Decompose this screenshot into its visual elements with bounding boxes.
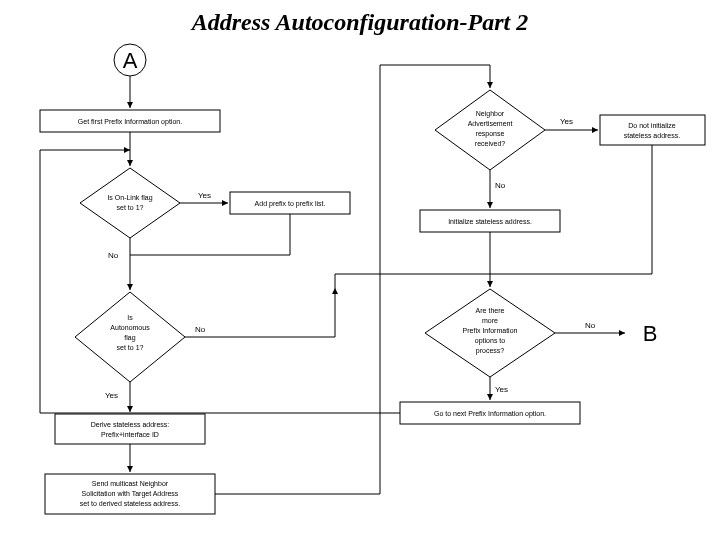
svg-text:Are there: Are there bbox=[476, 307, 505, 314]
more-options-decision: Are there more Prefix Information option… bbox=[425, 289, 555, 377]
connector-b: B bbox=[643, 321, 658, 346]
send-box: Send multicast Neighbor Solicitation wit… bbox=[45, 474, 215, 514]
svg-text:stateless address.: stateless address. bbox=[624, 132, 680, 139]
init-box: Initialize stateless address. bbox=[420, 210, 560, 232]
svg-text:Do not initialize: Do not initialize bbox=[628, 122, 676, 129]
no-label: No bbox=[108, 251, 119, 260]
add-prefix-box: Add prefix to prefix list. bbox=[230, 192, 350, 214]
svg-text:Prefix+interface ID: Prefix+interface ID bbox=[101, 431, 159, 438]
do-not-init-box: Do not initialize stateless address. bbox=[600, 115, 705, 145]
autonomous-decision: Is Autonomous flag set to 1? bbox=[75, 292, 185, 382]
no-label: No bbox=[585, 321, 596, 330]
svg-text:set to 1?: set to 1? bbox=[117, 344, 144, 351]
page-title: Address Autoconfiguration-Part 2 bbox=[190, 9, 529, 35]
line bbox=[335, 274, 430, 288]
svg-text:more: more bbox=[482, 317, 498, 324]
svg-text:Derive stateless address:: Derive stateless address: bbox=[91, 421, 170, 428]
svg-text:set to 1?: set to 1? bbox=[117, 204, 144, 211]
svg-text:Prefix Information: Prefix Information bbox=[463, 327, 518, 334]
svg-text:Get first Prefix Information o: Get first Prefix Information option. bbox=[78, 118, 182, 126]
svg-rect-14 bbox=[55, 414, 205, 444]
svg-text:Initialize stateless address.: Initialize stateless address. bbox=[448, 218, 532, 225]
svg-text:Neighbor: Neighbor bbox=[476, 110, 505, 118]
onlink-decision: Is On-Link flag set to 1? bbox=[80, 168, 180, 238]
svg-text:B: B bbox=[643, 321, 658, 346]
get-first-box: Get first Prefix Information option. bbox=[40, 110, 220, 132]
neighbor-decision: Neighbor Advertisement response received… bbox=[435, 90, 545, 170]
svg-text:process?: process? bbox=[476, 347, 505, 355]
no-label: No bbox=[195, 325, 206, 334]
arrow bbox=[40, 150, 400, 413]
svg-text:Add prefix to prefix list.: Add prefix to prefix list. bbox=[255, 200, 326, 208]
yes-label: Yes bbox=[495, 385, 508, 394]
svg-text:Solicitation with Target Addre: Solicitation with Target Address bbox=[82, 490, 179, 498]
connector-a: A bbox=[114, 44, 146, 76]
go-next-box: Go to next Prefix Information option. bbox=[400, 402, 580, 424]
svg-text:Advertisement: Advertisement bbox=[468, 120, 513, 127]
svg-text:Is: Is bbox=[127, 314, 133, 321]
svg-text:received?: received? bbox=[475, 140, 505, 147]
no-label: No bbox=[495, 181, 506, 190]
svg-text:flag: flag bbox=[124, 334, 135, 342]
yes-label: Yes bbox=[198, 191, 211, 200]
svg-text:set to derived stateless addre: set to derived stateless address. bbox=[80, 500, 180, 507]
svg-rect-26 bbox=[600, 115, 705, 145]
derive-box: Derive stateless address: Prefix+interfa… bbox=[55, 414, 205, 444]
svg-text:Go to next Prefix Information : Go to next Prefix Information option. bbox=[434, 410, 546, 418]
yes-label: Yes bbox=[560, 117, 573, 126]
svg-text:A: A bbox=[123, 48, 138, 73]
svg-text:Send multicast Neighbor: Send multicast Neighbor bbox=[92, 480, 169, 488]
svg-text:Autonomous: Autonomous bbox=[110, 324, 150, 331]
svg-text:Is On-Link flag: Is On-Link flag bbox=[107, 194, 152, 202]
svg-text:response: response bbox=[476, 130, 505, 138]
yes-label: Yes bbox=[105, 391, 118, 400]
arrow bbox=[185, 288, 335, 337]
svg-marker-4 bbox=[80, 168, 180, 238]
svg-text:options to: options to bbox=[475, 337, 505, 345]
